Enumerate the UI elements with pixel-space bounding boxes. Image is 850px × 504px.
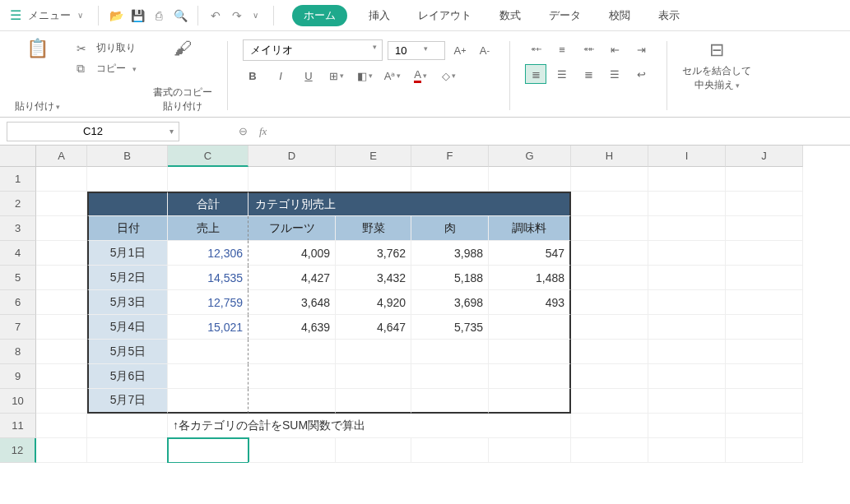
cell-date[interactable]: 5月5日 [87, 340, 168, 364]
column-header-G[interactable]: G [489, 146, 571, 167]
cell-spice[interactable]: 547 [489, 241, 571, 266]
cell[interactable] [648, 340, 726, 364]
col-header-date[interactable]: 日付 [87, 216, 168, 241]
cell[interactable] [726, 290, 803, 315]
cancel-icon[interactable]: ⊖ [239, 125, 248, 137]
cell[interactable] [726, 438, 803, 463]
column-header-D[interactable]: D [248, 146, 336, 167]
cell[interactable] [36, 216, 87, 241]
cell[interactable] [571, 192, 648, 216]
cell[interactable] [571, 438, 648, 463]
cell-spice[interactable] [489, 389, 571, 414]
cell[interactable] [36, 167, 87, 192]
column-header-E[interactable]: E [336, 146, 411, 167]
cell-fruit[interactable]: 4,009 [248, 241, 336, 266]
row-header-3[interactable]: 3 [0, 216, 36, 241]
increase-font-icon[interactable]: A+ [450, 40, 470, 60]
cell[interactable] [411, 167, 489, 192]
row-header-5[interactable]: 5 [0, 266, 36, 290]
row-header-9[interactable]: 9 [0, 364, 36, 389]
fx-label[interactable]: fx [259, 125, 267, 138]
copy-button[interactable]: ⧉コピー▾ [77, 62, 137, 76]
cell-fruit[interactable]: 4,639 [248, 315, 336, 340]
wrap-button[interactable]: ↩ [630, 64, 652, 84]
cell-veg[interactable]: 4,920 [336, 290, 411, 315]
select-all-corner[interactable] [0, 146, 36, 167]
cell-spice[interactable] [489, 340, 571, 364]
cell[interactable] [726, 167, 803, 192]
cell[interactable] [648, 414, 726, 438]
bold-button[interactable]: B [243, 66, 262, 86]
cell[interactable] [726, 340, 803, 364]
cell[interactable] [489, 167, 571, 192]
cell[interactable] [648, 290, 726, 315]
cell[interactable] [168, 167, 248, 192]
chevron-down-icon[interactable]: ▾ [170, 127, 174, 136]
cell[interactable] [571, 290, 648, 315]
decrease-font-icon[interactable]: A- [475, 40, 495, 60]
cell-spice[interactable]: 493 [489, 290, 571, 315]
cell-sales[interactable] [168, 364, 248, 389]
justify-button[interactable]: ☰ [604, 64, 625, 84]
table-header[interactable] [87, 192, 168, 216]
font-color-button[interactable]: A▾ [411, 66, 430, 86]
row-header-4[interactable]: 4 [0, 241, 36, 266]
cell[interactable] [411, 438, 489, 463]
cell-veg[interactable] [336, 364, 411, 389]
cell[interactable] [36, 340, 87, 364]
col-header-veg[interactable]: 野菜 [336, 216, 411, 241]
cell[interactable] [648, 315, 726, 340]
row-header-11[interactable]: 11 [0, 414, 36, 438]
cell[interactable] [648, 216, 726, 241]
name-box[interactable]: C12 ▾ [7, 122, 179, 141]
cell[interactable] [726, 389, 803, 414]
col-header-sales[interactable]: 売上 [168, 216, 248, 241]
cell-veg[interactable]: 3,762 [336, 241, 411, 266]
column-header-A[interactable]: A [36, 146, 87, 167]
cell[interactable] [36, 389, 87, 414]
cell-meat[interactable]: 3,988 [411, 241, 489, 266]
row-header-7[interactable]: 7 [0, 315, 36, 340]
cell[interactable] [336, 438, 411, 463]
tab-home[interactable]: ホーム [292, 5, 347, 26]
row-header-10[interactable]: 10 [0, 389, 36, 414]
cut-button[interactable]: ✂切り取り [77, 41, 137, 55]
cell[interactable] [648, 438, 726, 463]
align-middle-button[interactable]: ≡ [551, 39, 573, 59]
cell[interactable] [36, 192, 87, 216]
cell[interactable] [726, 192, 803, 216]
cell-veg[interactable]: 3,432 [336, 266, 411, 290]
table-title-category[interactable]: カテゴリ別売上 [248, 192, 571, 216]
cell-sales[interactable] [168, 340, 248, 364]
cell[interactable] [726, 241, 803, 266]
chevron-down-icon[interactable]: ∨ [77, 11, 83, 20]
cell-sales[interactable]: 15,021 [168, 315, 248, 340]
cell-veg[interactable] [336, 389, 411, 414]
cell-spice[interactable] [489, 364, 571, 389]
row-header-12[interactable]: 12 [0, 438, 36, 463]
row-header-1[interactable]: 1 [0, 167, 36, 192]
cell[interactable] [248, 438, 336, 463]
redo-icon[interactable]: ↷ [228, 7, 246, 25]
cell-meat[interactable] [411, 389, 489, 414]
cell[interactable] [36, 315, 87, 340]
cell-sales[interactable] [168, 389, 248, 414]
cell-meat[interactable] [411, 340, 489, 364]
cell-sales[interactable]: 14,535 [168, 266, 248, 290]
cell-meat[interactable]: 3,698 [411, 290, 489, 315]
cell[interactable] [648, 192, 726, 216]
cell[interactable] [571, 266, 648, 290]
print-icon[interactable]: ⎙ [150, 7, 168, 25]
row-header-6[interactable]: 6 [0, 290, 36, 315]
underline-button[interactable]: U [299, 66, 318, 86]
cell-spice[interactable]: 1,488 [489, 266, 571, 290]
format-painter-button[interactable]: 🖌 [174, 38, 192, 59]
hamburger-icon[interactable]: ☰ [7, 4, 25, 26]
cell-spice[interactable] [489, 315, 571, 340]
align-left-button[interactable]: ≣ [525, 64, 546, 84]
cell[interactable] [87, 167, 168, 192]
highlight-button[interactable]: ◇▾ [439, 66, 458, 86]
cell-fruit[interactable]: 4,427 [248, 266, 336, 290]
column-header-J[interactable]: J [726, 146, 803, 167]
font-effects-button[interactable]: Aᵃ▾ [383, 66, 402, 86]
